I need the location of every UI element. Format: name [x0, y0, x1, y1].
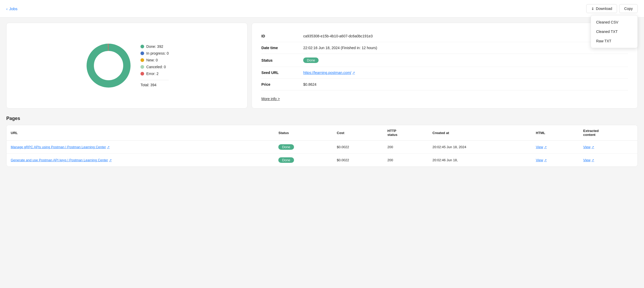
more-info-link[interactable]: More info > — [261, 97, 280, 101]
more-info-container: More info > — [261, 95, 628, 101]
legend-in-progress: In progress: 0 — [140, 51, 169, 55]
row2-status: Done — [274, 154, 332, 167]
dropdown-item-raw-txt[interactable]: Raw TXT — [591, 36, 637, 46]
in-progress-label: In progress: 0 — [146, 51, 169, 55]
chart-legend: Done: 392 In progress: 0 New: 0 Canceled… — [140, 44, 169, 87]
external-link-icon: ↗ — [107, 145, 110, 149]
row1-http-status: 200 — [383, 141, 428, 154]
col-cost: Cost — [333, 125, 383, 141]
status-label: Status — [261, 58, 303, 62]
external-link-icon: ↗ — [109, 158, 112, 162]
chevron-left-icon: ‹ — [6, 7, 8, 11]
datetime-label: Date time — [261, 46, 303, 50]
legend-done: Done: 392 — [140, 44, 169, 49]
price-value: $0.8624 — [303, 82, 628, 87]
id-label: ID — [261, 34, 303, 38]
download-button[interactable]: ⇓ Download — [586, 4, 617, 13]
in-progress-dot — [140, 51, 144, 55]
legend-canceled: Canceled: 0 — [140, 65, 169, 69]
col-url: URL — [7, 125, 274, 141]
dropdown-item-cleaned-txt[interactable]: Cleaned TXT — [591, 27, 637, 36]
table-header-row: URL Status Cost HTTPstatus Created at HT… — [7, 125, 637, 141]
legend-new: New: 0 — [140, 58, 169, 62]
external-link-icon: ↗ — [544, 158, 547, 162]
row1-url-link[interactable]: Manage gRPC APIs using Postman | Postman… — [11, 145, 110, 149]
donut-chart-card: Done: 392 In progress: 0 New: 0 Canceled… — [6, 23, 247, 108]
external-link-icon: ↗ — [544, 145, 547, 149]
row2-http-status: 200 — [383, 154, 428, 167]
info-row-price: Price $0.8624 — [261, 79, 628, 90]
external-link-icon: ↗ — [591, 145, 594, 149]
row1-created-at: 20:02:45 Jun 18, 2024 — [428, 141, 532, 154]
col-status: Status — [274, 125, 332, 141]
legend-total: Total: 394 — [140, 80, 169, 87]
donut-svg — [85, 42, 132, 89]
header-actions: ⇓ Download Copy Cleaned CSV Cleaned TXT … — [586, 4, 638, 13]
donut-chart — [85, 42, 132, 89]
row1-extracted: View ↗ — [579, 141, 638, 154]
price-label: Price — [261, 82, 303, 87]
canceled-label: Canceled: 0 — [146, 65, 166, 69]
pages-title: Pages — [6, 116, 638, 121]
external-link-icon: ↗ — [352, 71, 355, 74]
row1-html-link[interactable]: View ↗ — [536, 145, 547, 149]
error-label: Error: 2 — [146, 72, 159, 76]
seed-url-link[interactable]: https://learning.postman.com/ ↗ — [303, 71, 355, 75]
pages-table-wrapper: URL Status Cost HTTPstatus Created at HT… — [6, 125, 638, 167]
row2-html: View ↗ — [532, 154, 579, 167]
row1-url: Manage gRPC APIs using Postman | Postman… — [7, 141, 274, 154]
new-dot — [140, 58, 144, 62]
row2-status-badge: Done — [278, 157, 294, 163]
row2-html-link[interactable]: View ↗ — [536, 158, 547, 162]
page-header: ‹ Jobs ⇓ Download Copy Cleaned CSV Clean… — [0, 0, 644, 18]
info-row-datetime: Date time 22:02:16 Jun 18, 2024 (Finishe… — [261, 42, 628, 54]
info-row-status: Status Done — [261, 54, 628, 67]
cards-row: Done: 392 In progress: 0 New: 0 Canceled… — [6, 23, 638, 108]
seed-url-label: Seed URL — [261, 71, 303, 75]
datetime-value: 22:02:16 Jun 18, 2024 (Finished in: 12 h… — [303, 46, 628, 50]
col-http-status: HTTPstatus — [383, 125, 428, 141]
canceled-dot — [140, 65, 144, 69]
back-link-label: Jobs — [9, 7, 18, 11]
row1-status-badge: Done — [278, 144, 294, 150]
download-icon: ⇓ — [591, 7, 594, 11]
pages-table: URL Status Cost HTTPstatus Created at HT… — [7, 125, 637, 166]
dropdown-item-cleaned-csv[interactable]: Cleaned CSV — [591, 18, 637, 27]
status-badge: Done — [303, 57, 319, 63]
svg-point-0 — [90, 47, 127, 84]
download-dropdown: Cleaned CSV Cleaned TXT Raw TXT — [591, 15, 638, 48]
row2-cost: $0.0022 — [333, 154, 383, 167]
pages-section: Pages URL Status Cost HTTPstatus Created… — [6, 116, 638, 167]
copy-button[interactable]: Copy — [619, 4, 638, 13]
row1-extracted-link[interactable]: View ↗ — [583, 145, 594, 149]
new-label: New: 0 — [146, 58, 158, 62]
row2-url: Generate and use Postman API keys | Post… — [7, 154, 274, 167]
row1-cost: $0.0022 — [333, 141, 383, 154]
done-dot — [140, 45, 144, 48]
col-created-at: Created at — [428, 125, 532, 141]
row1-status: Done — [274, 141, 332, 154]
done-label: Done: 392 — [146, 44, 163, 49]
row2-url-link[interactable]: Generate and use Postman API keys | Post… — [11, 158, 112, 162]
main-content: Done: 392 In progress: 0 New: 0 Canceled… — [0, 18, 644, 172]
row2-created-at: 20:02:46 Jun 18, — [428, 154, 532, 167]
col-html: HTML — [532, 125, 579, 141]
row1-html: View ↗ — [532, 141, 579, 154]
table-row: Generate and use Postman API keys | Post… — [7, 154, 637, 167]
row2-extracted-link[interactable]: View ↗ — [583, 158, 594, 162]
external-link-icon: ↗ — [591, 158, 594, 162]
table-row: Manage gRPC APIs using Postman | Postman… — [7, 141, 637, 154]
back-link[interactable]: ‹ Jobs — [6, 7, 18, 11]
info-row-id: ID ca935308-e15b-4b10-a607-dc6a0bc191e3 — [261, 30, 628, 42]
info-row-seed-url: Seed URL https://learning.postman.com/ ↗ — [261, 67, 628, 79]
id-value: ca935308-e15b-4b10-a607-dc6a0bc191e3 — [303, 34, 628, 38]
row2-extracted: View ↗ — [579, 154, 638, 167]
job-info-card: ID ca935308-e15b-4b10-a607-dc6a0bc191e3 … — [252, 23, 638, 108]
legend-error: Error: 2 — [140, 72, 169, 76]
col-extracted-content: Extractedcontent — [579, 125, 638, 141]
error-dot — [140, 72, 144, 76]
